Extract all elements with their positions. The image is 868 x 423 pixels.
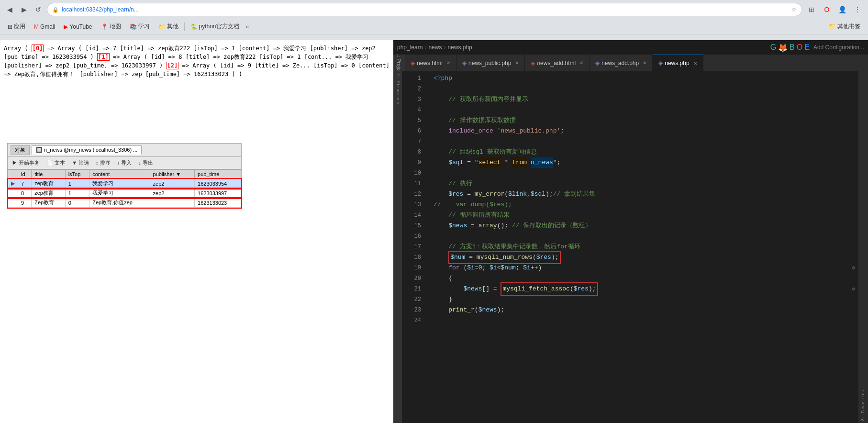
structure-label: 2: Structure [395,73,400,104]
code-line-18: $num = mysqli_num_rows($res); [434,252,849,263]
bookmark-separator [184,22,185,31]
code-line-9: $sql = "select * from n_news"; [434,157,849,168]
db-table: id title isTop content publisher ▼ pub_t… [8,169,241,208]
reload-button[interactable]: ↺ [33,4,44,15]
html-file-icon2: ◈ [531,60,535,67]
bookmark-study[interactable]: 📚 学习 [126,21,154,32]
bookmark-gmail[interactable]: M Gmail [30,22,59,32]
extensions-button[interactable]: ⊞ [805,3,818,16]
bookmark-python[interactable]: 🐍 python官方文档 [187,21,243,32]
profile-button[interactable]: 👤 [835,3,849,16]
cell-content: 我爱学习 [89,179,150,189]
col-publisher[interactable]: publisher ▼ [150,170,195,179]
cell-pubtime: 1623033954 [195,179,241,189]
tab-news-html[interactable]: ◈ news.html ✕ [405,55,456,71]
browser-icon-2[interactable]: 🦊 [778,43,788,52]
bookmark-maps[interactable]: 📍 地图 [97,21,125,32]
cell-title: Zep教育 [32,198,65,208]
highlighted-line-21: mysqli_fetch_assoc($res); [501,282,598,296]
table-row[interactable]: ▶ 7 zep教育 1 我爱学习 zep2 1623033954 [8,179,241,189]
col-content[interactable]: content [89,170,150,179]
code-line-14: // 循环遍历所有结果 [434,210,849,221]
col-title[interactable]: title [32,170,65,179]
folder-icon: 📁 [158,23,166,30]
bookmark-other[interactable]: 📁 其他 [155,21,182,32]
youtube-icon: ▶ [64,23,68,30]
cell-istop: 0 [65,198,89,208]
key-1: [1] [97,53,110,61]
line-numbers: 1 2 3 4 5 6 7 8 9 10 11 12 13 14 15 16 1… [402,71,426,423]
db-toolbar: ▶ 开始事务 📄 文本 ▼ 筛选 ↕ 排序 ↑ 导入 ↓ 导出 [8,157,241,169]
address-bar[interactable]: 🔒 localhost:63342/php_learn/n... ☆ [47,3,802,16]
maps-icon: 📍 [101,23,108,30]
tab-close-public[interactable]: ✕ [515,60,519,66]
code-lines: <?php // 获取所有新闻内容并显示 // 操作数据库获取数据 includ… [426,71,849,423]
menu-button[interactable]: ⋮ [851,3,864,16]
favorites-label: 3: Favorites [861,390,866,421]
tab-object[interactable]: 对象 [11,145,30,155]
tab-news-public[interactable]: ◈ news_public.php ✕ [456,55,525,71]
col-pubtime[interactable]: pub_time [195,170,241,179]
code-line-16 [434,231,849,242]
tab-close-add-html[interactable]: ✕ [579,60,583,66]
row-indicator [8,198,18,208]
table-row[interactable]: 8 zep教育 1 我爱学习 zep2 1623033997 [8,189,241,198]
code-line-5: // 操作数据库获取数据 [434,115,849,126]
btn-transaction[interactable]: ▶ 开始事务 [10,158,42,167]
highlighted-line-18: $num = mysqli_num_rows($res); [448,251,560,264]
btn-text[interactable]: 📄 文本 [44,158,67,167]
bookmarks-chevron[interactable]: » [244,23,251,30]
btn-import[interactable]: ↑ 导入 [115,158,134,167]
cell-pubtime: 1623133023 [195,198,241,208]
btn-filter[interactable]: ▼ 筛选 [69,158,91,167]
breadcrumb: php_learn › news › news.php [397,44,472,51]
other-bookmarks[interactable]: 📁 其他书签 [825,21,864,32]
code-area: 2: Structure 1 2 3 4 5 6 7 8 9 10 11 12 … [393,71,868,423]
tab-news-php[interactable]: ◈ news.php ✕ [653,55,703,71]
code-line-8: // 组织sql 获取所有新闻信息 [434,147,849,157]
code-line-19: for ($i=0; $i<$num; $i++) [434,263,849,273]
bookmark-youtube[interactable]: ▶ YouTube [60,22,96,32]
tab-close-add-php[interactable]: ✕ [643,60,646,66]
table-row[interactable]: 9 Zep教育 0 Zep教育,你值zep 1623133023 [8,198,241,208]
python-icon: 🐍 [190,23,198,30]
col-istop[interactable]: isTop [65,170,89,179]
code-line-4 [434,105,849,115]
add-config-button[interactable]: Add Configuration... [813,44,864,51]
code-line-13: // var_dump($res); [434,200,849,210]
col-id[interactable]: id [18,170,32,179]
gutter-spacer [849,273,858,284]
editor-tabs: 1: Project ◈ news.html ✕ ◈ news_public.p… [393,55,868,71]
cell-publisher: zep2 [150,179,195,189]
col-indicator [8,170,18,179]
code-line-23: print_r($news); [434,305,849,315]
db-panel-title: 对象 🔲 n_news @my_news (localhost_3306) ..… [8,144,241,157]
browser-icons: G 🦊 B O E [770,43,810,52]
code-line-3: // 获取所有新闻内容并显示 [434,94,849,105]
browser-icon-4[interactable]: O [797,43,802,52]
btn-sort[interactable]: ↕ 排序 [93,158,113,167]
bookmark-apps[interactable]: ⊞ 应用 [4,21,29,32]
star-icon[interactable]: ☆ [791,6,797,13]
project-label: 1: Project [396,55,402,71]
code-line-20: { [434,273,849,284]
tab-news-add-html[interactable]: ◈ news_add.html ✕ [525,55,590,71]
tab-table[interactable]: 🔲 n_news @my_news (localhost_3306) ... [32,145,142,155]
btn-export[interactable]: ↓ 导出 [136,158,156,167]
tab-close-news[interactable]: ✕ [693,61,697,66]
back-button[interactable]: ◀ [4,4,15,15]
code-line-12: $res = my_error($link,$sql);// 拿到结果集 [434,189,849,200]
browser-icon-5[interactable]: E [804,43,810,52]
forward-button[interactable]: ▶ [18,4,30,15]
browser-icon-3[interactable]: B [790,43,795,52]
folder-other-icon: 📁 [829,23,836,30]
tab-close-html[interactable]: ✕ [446,60,450,66]
opera-button[interactable]: O [820,3,834,16]
browser-content: Array ( [0] => Array ( [id] => 7 [title]… [0,40,393,423]
php-file-icon2: ◈ [595,60,600,67]
cell-istop: 1 [65,189,89,198]
tab-news-add-php[interactable]: ◈ news_add.php ✕ [590,55,653,71]
address-text: localhost:63342/php_learn/n... [62,6,789,13]
browser-icon-1[interactable]: G [770,43,776,52]
cell-content: 我爱学习 [89,189,150,198]
